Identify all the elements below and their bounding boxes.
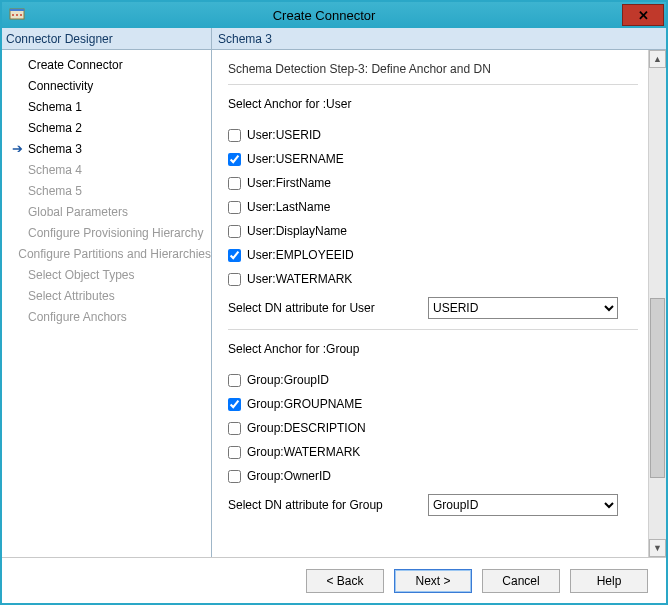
nav-item-select-object-types[interactable]: Select Object Types	[2, 264, 211, 285]
divider	[228, 84, 638, 85]
app-icon	[8, 6, 26, 24]
anchor-checkbox-row: Group:DESCRIPTION	[228, 416, 638, 440]
nav-item-configure-provisioning-hierarchy[interactable]: Configure Provisioning Hierarchy	[2, 222, 211, 243]
svg-point-3	[16, 14, 18, 16]
nav-item-label: Schema 2	[28, 121, 82, 135]
anchor-checkbox[interactable]	[228, 249, 241, 262]
user-dn-label: Select DN attribute for User	[228, 301, 428, 315]
scroll-down-button[interactable]: ▼	[649, 539, 666, 557]
anchor-checkbox-label: Group:WATERMARK	[247, 445, 360, 459]
close-button[interactable]: ✕	[622, 4, 664, 26]
divider	[228, 329, 638, 330]
anchor-checkbox[interactable]	[228, 446, 241, 459]
nav-item-schema-4[interactable]: Schema 4	[2, 159, 211, 180]
anchor-checkbox[interactable]	[228, 470, 241, 483]
pane-header: Connector Designer Schema 3	[2, 28, 666, 50]
group-dn-select[interactable]: GroupID	[428, 494, 618, 516]
anchor-checkbox-row: User:FirstName	[228, 171, 638, 195]
anchor-checkbox-label: Group:GroupID	[247, 373, 329, 387]
group-dn-row: Select DN attribute for Group GroupID	[228, 494, 638, 516]
nav-item-schema-5[interactable]: Schema 5	[2, 180, 211, 201]
nav-item-label: Schema 5	[28, 184, 82, 198]
svg-point-4	[20, 14, 22, 16]
title-bar: Create Connector ✕	[2, 2, 666, 28]
nav-item-label: Global Parameters	[28, 205, 128, 219]
nav-item-label: Schema 4	[28, 163, 82, 177]
anchor-checkbox-row: Group:WATERMARK	[228, 440, 638, 464]
anchor-checkbox-row: User:USERID	[228, 123, 638, 147]
anchor-checkbox-label: User:USERNAME	[247, 152, 344, 166]
anchor-checkbox[interactable]	[228, 129, 241, 142]
content-panel: Schema Detection Step-3: Define Anchor a…	[212, 50, 648, 557]
scroll-thumb[interactable]	[650, 298, 665, 478]
anchor-checkbox-label: User:EMPLOYEEID	[247, 248, 354, 262]
step-title: Schema Detection Step-3: Define Anchor a…	[228, 62, 638, 76]
anchor-checkbox[interactable]	[228, 273, 241, 286]
body-main: Create ConnectorConnectivitySchema 1Sche…	[2, 50, 666, 557]
group-anchor-heading: Select Anchor for :Group	[228, 342, 638, 356]
user-anchor-heading: Select Anchor for :User	[228, 97, 638, 111]
svg-point-2	[12, 14, 14, 16]
nav-item-connectivity[interactable]: Connectivity	[2, 75, 211, 96]
anchor-checkbox-label: User:DisplayName	[247, 224, 347, 238]
window-title: Create Connector	[26, 8, 622, 23]
dialog-window: Create Connector ✕ Connector Designer Sc…	[0, 0, 668, 605]
nav-item-label: Schema 3	[28, 142, 82, 156]
nav-item-schema-1[interactable]: Schema 1	[2, 96, 211, 117]
anchor-checkbox-row: User:WATERMARK	[228, 267, 638, 291]
nav-item-label: Create Connector	[28, 58, 123, 72]
anchor-checkbox[interactable]	[228, 201, 241, 214]
nav-item-label: Configure Partitions and Hierarchies	[18, 247, 211, 261]
anchor-checkbox[interactable]	[228, 177, 241, 190]
anchor-checkbox-row: User:USERNAME	[228, 147, 638, 171]
nav-item-label: Connectivity	[28, 79, 93, 93]
anchor-checkbox-label: Group:GROUPNAME	[247, 397, 362, 411]
content-header: Schema 3	[212, 28, 666, 49]
anchor-checkbox-label: Group:DESCRIPTION	[247, 421, 366, 435]
user-dn-select[interactable]: USERID	[428, 297, 618, 319]
anchor-checkbox-label: User:FirstName	[247, 176, 331, 190]
anchor-checkbox-label: Group:OwnerID	[247, 469, 331, 483]
close-icon: ✕	[638, 8, 649, 23]
svg-rect-1	[10, 9, 24, 11]
back-button[interactable]: < Back	[306, 569, 384, 593]
nav-item-label: Configure Provisioning Hierarchy	[28, 226, 203, 240]
anchor-checkbox-row: Group:GroupID	[228, 368, 638, 392]
user-dn-row: Select DN attribute for User USERID	[228, 297, 638, 319]
anchor-checkbox[interactable]	[228, 398, 241, 411]
sidebar-header: Connector Designer	[2, 28, 212, 49]
anchor-checkbox[interactable]	[228, 374, 241, 387]
anchor-checkbox-row: User:EMPLOYEEID	[228, 243, 638, 267]
group-dn-label: Select DN attribute for Group	[228, 498, 428, 512]
sidebar: Create ConnectorConnectivitySchema 1Sche…	[2, 50, 212, 557]
vertical-scrollbar[interactable]: ▲ ▼	[648, 50, 666, 557]
anchor-checkbox-row: User:DisplayName	[228, 219, 638, 243]
nav-item-label: Schema 1	[28, 100, 82, 114]
anchor-checkbox-label: User:WATERMARK	[247, 272, 352, 286]
nav-item-label: Select Attributes	[28, 289, 115, 303]
anchor-checkbox[interactable]	[228, 153, 241, 166]
anchor-checkbox-row: User:LastName	[228, 195, 638, 219]
anchor-checkbox-label: User:LastName	[247, 200, 330, 214]
next-button[interactable]: Next >	[394, 569, 472, 593]
anchor-checkbox-label: User:USERID	[247, 128, 321, 142]
nav-current-arrow-icon: ➔	[12, 142, 28, 155]
cancel-button[interactable]: Cancel	[482, 569, 560, 593]
nav-item-select-attributes[interactable]: Select Attributes	[2, 285, 211, 306]
nav-item-global-parameters[interactable]: Global Parameters	[2, 201, 211, 222]
scroll-track[interactable]	[649, 68, 666, 539]
anchor-checkbox-row: Group:OwnerID	[228, 464, 638, 488]
nav-item-schema-3[interactable]: ➔Schema 3	[2, 138, 211, 159]
nav-item-schema-2[interactable]: Schema 2	[2, 117, 211, 138]
anchor-checkbox[interactable]	[228, 422, 241, 435]
help-button[interactable]: Help	[570, 569, 648, 593]
nav-item-label: Select Object Types	[28, 268, 135, 282]
nav-item-configure-anchors[interactable]: Configure Anchors	[2, 306, 211, 327]
content-wrap: Schema Detection Step-3: Define Anchor a…	[212, 50, 666, 557]
anchor-checkbox[interactable]	[228, 225, 241, 238]
scroll-up-button[interactable]: ▲	[649, 50, 666, 68]
nav-item-label: Configure Anchors	[28, 310, 127, 324]
nav-item-configure-partitions-and-hierarchies[interactable]: Configure Partitions and Hierarchies	[2, 243, 211, 264]
nav-item-create-connector[interactable]: Create Connector	[2, 54, 211, 75]
button-bar: < Back Next > Cancel Help	[2, 557, 666, 603]
